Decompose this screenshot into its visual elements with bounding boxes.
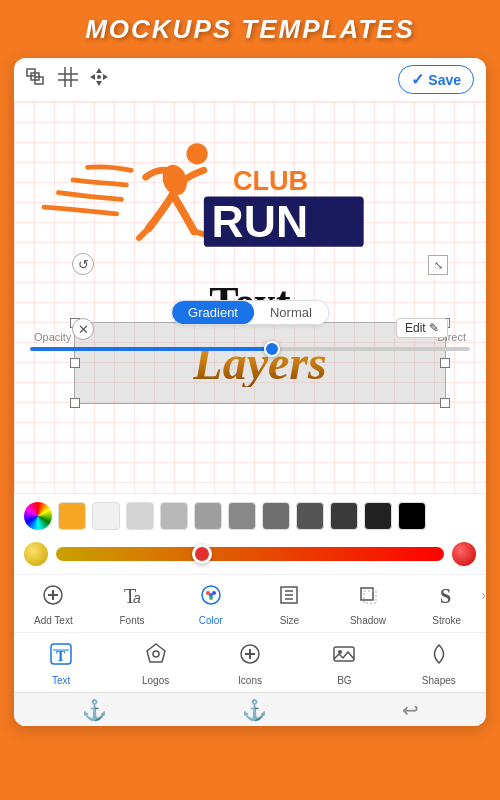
tool-tab-add-text[interactable]: Add Text xyxy=(14,579,93,632)
add-text-icon xyxy=(41,583,65,613)
svg-point-38 xyxy=(153,651,159,657)
nav-shapes-label: Shapes xyxy=(422,675,456,686)
nav-item-text[interactable]: T Text xyxy=(14,637,108,692)
svg-text:a: a xyxy=(133,590,141,606)
nav-item-logos[interactable]: Logos xyxy=(108,637,202,692)
selection-handle-br[interactable] xyxy=(440,398,450,408)
nav-icons-icon xyxy=(237,641,263,673)
color-icon xyxy=(199,583,223,613)
add-text-label: Add Text xyxy=(34,615,73,626)
red-color-indicator xyxy=(452,542,476,566)
stroke-icon: S xyxy=(435,583,459,613)
color-swatch-4[interactable] xyxy=(194,502,222,530)
color-swatch-2[interactable] xyxy=(126,502,154,530)
color-swatch-3[interactable] xyxy=(160,502,188,530)
nav-bg-label: BG xyxy=(337,675,351,686)
shadow-icon xyxy=(356,583,380,613)
svg-marker-10 xyxy=(103,74,108,80)
color-swatch-10[interactable] xyxy=(398,502,426,530)
opacity-label: Opacity xyxy=(34,331,71,343)
svg-marker-9 xyxy=(90,74,95,80)
color-label: Color xyxy=(199,615,223,626)
grid-icon[interactable] xyxy=(58,67,78,92)
edit-label: Edit ✎ xyxy=(405,321,439,335)
expand-button[interactable]: ⤡ xyxy=(428,255,448,275)
svg-marker-8 xyxy=(96,81,102,86)
footer-anchor-center[interactable]: ⚓ xyxy=(242,698,267,722)
color-swatch-9[interactable] xyxy=(364,502,392,530)
nav-item-shapes[interactable]: Shapes xyxy=(392,637,486,692)
top-toolbar: ✓ Save xyxy=(14,58,486,102)
app-title: MOCKUPS TEMPLATES xyxy=(85,14,415,45)
tool-tab-fonts[interactable]: Ta Fonts xyxy=(93,579,172,632)
move-icon[interactable] xyxy=(88,66,110,93)
svg-text:CLUB: CLUB xyxy=(233,165,308,196)
rotate-button[interactable]: ↺ xyxy=(72,253,94,275)
layers-icon[interactable] xyxy=(26,68,48,91)
nav-logos-icon xyxy=(143,641,169,673)
bottom-panel: Add Text Ta Fonts Color Siz xyxy=(14,493,486,726)
opacity-track[interactable] xyxy=(30,347,470,351)
svg-marker-7 xyxy=(96,68,102,73)
nav-item-icons[interactable]: Icons xyxy=(203,637,297,692)
footer-anchor-left[interactable]: ⚓ xyxy=(82,698,107,722)
size-icon xyxy=(277,583,301,613)
svg-marker-37 xyxy=(147,644,165,662)
tool-tabs: Add Text Ta Fonts Color Siz xyxy=(14,574,486,632)
color-swatch-8[interactable] xyxy=(330,502,358,530)
opacity-thumb[interactable] xyxy=(264,341,280,357)
close-selection-button[interactable]: ✕ xyxy=(72,318,94,340)
nav-item-bg[interactable]: BG xyxy=(297,637,391,692)
save-label: Save xyxy=(428,72,461,88)
svg-text:T: T xyxy=(56,649,66,664)
selection-handle-mr[interactable] xyxy=(440,358,450,368)
color-swatch-1[interactable] xyxy=(92,502,120,530)
svg-rect-31 xyxy=(361,588,373,600)
gradient-track[interactable] xyxy=(56,547,444,561)
nav-icons-label: Icons xyxy=(238,675,262,686)
gradient-thumb[interactable] xyxy=(192,544,212,564)
color-wheel[interactable] xyxy=(24,502,52,530)
tool-tab-shadow[interactable]: Shadow xyxy=(329,579,408,632)
canvas-area: CLUB RUN Text ✕ Edit ✎ Layers ↺ ⤡ xyxy=(14,102,486,493)
shadow-label: Shadow xyxy=(350,615,386,626)
selection-handle-bl[interactable] xyxy=(70,398,80,408)
svg-point-11 xyxy=(97,75,101,79)
blend-mode-tabs: Gradient Normal xyxy=(171,300,329,325)
svg-text:S: S xyxy=(440,585,451,607)
save-check-icon: ✓ xyxy=(411,70,424,89)
svg-rect-32 xyxy=(364,591,376,603)
main-card: ✓ Save xyxy=(14,58,486,726)
blend-tab-gradient[interactable]: Gradient xyxy=(172,301,254,324)
svg-text:RUN: RUN xyxy=(212,197,309,246)
gold-color-indicator xyxy=(24,542,48,566)
stroke-label: Stroke xyxy=(432,615,461,626)
runner-logo: CLUB RUN xyxy=(34,117,364,272)
fonts-icon: Ta xyxy=(120,583,144,613)
tool-tab-stroke[interactable]: S Stroke › xyxy=(407,579,486,632)
color-row xyxy=(14,493,486,538)
color-swatch-orange[interactable] xyxy=(58,502,86,530)
bottom-nav: T Text Logos Icons xyxy=(14,632,486,692)
save-button[interactable]: ✓ Save xyxy=(398,65,474,94)
nav-text-label: Text xyxy=(52,675,70,686)
gradient-slider-row xyxy=(14,538,486,574)
footer-back-icon[interactable]: ↩ xyxy=(402,698,419,722)
fonts-label: Fonts xyxy=(120,615,145,626)
svg-point-13 xyxy=(186,143,207,164)
blend-tab-normal[interactable]: Normal xyxy=(254,301,328,324)
color-swatch-7[interactable] xyxy=(296,502,324,530)
toolbar-left xyxy=(26,66,110,93)
tool-tab-color[interactable]: Color xyxy=(171,579,250,632)
app-header: MOCKUPS TEMPLATES xyxy=(0,0,500,58)
nav-text-icon: T xyxy=(48,641,74,673)
selection-handle-ml[interactable] xyxy=(70,358,80,368)
edit-button[interactable]: Edit ✎ xyxy=(396,318,448,338)
color-swatch-5[interactable] xyxy=(228,502,256,530)
color-swatch-6[interactable] xyxy=(262,502,290,530)
more-arrow[interactable]: › xyxy=(481,587,486,603)
nav-bg-icon xyxy=(331,641,357,673)
tool-tab-size[interactable]: Size xyxy=(250,579,329,632)
nav-logos-label: Logos xyxy=(142,675,169,686)
footer-bar: ⚓ ⚓ ↩ xyxy=(14,692,486,726)
